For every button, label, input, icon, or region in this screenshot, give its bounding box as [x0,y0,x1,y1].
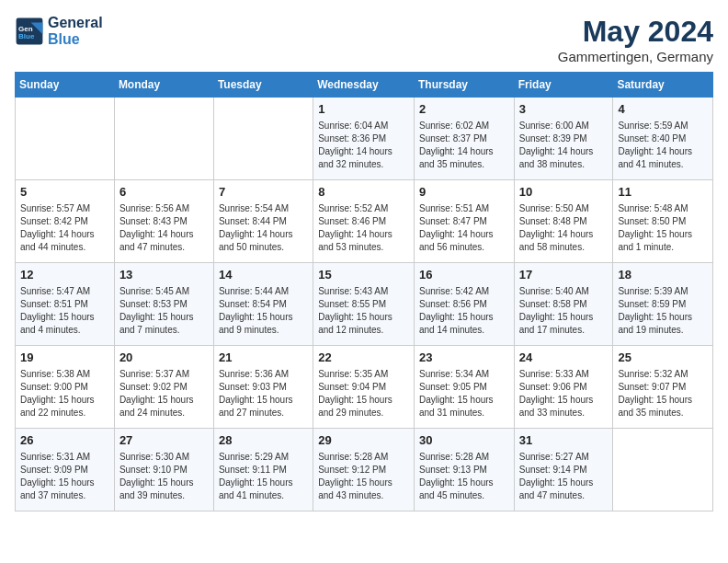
day-number: 22 [318,350,409,366]
day-info: Sunrise: 5:34 AMSunset: 9:05 PMDaylight:… [419,368,509,419]
day-number: 14 [219,267,308,283]
week-row-1: 1Sunrise: 6:04 AMSunset: 8:36 PMDaylight… [16,98,713,180]
day-number: 26 [20,432,109,449]
week-row-3: 12Sunrise: 5:47 AMSunset: 8:51 PMDayligh… [16,263,713,346]
calendar-cell: 13Sunrise: 5:45 AMSunset: 8:53 PMDayligh… [114,263,213,346]
day-info: Sunrise: 5:45 AMSunset: 8:53 PMDaylight:… [119,285,209,337]
day-info: Sunrise: 5:39 AMSunset: 8:59 PMDaylight:… [618,285,708,337]
calendar-cell: 27Sunrise: 5:30 AMSunset: 9:10 PMDayligh… [114,429,213,511]
logo: Gen Blue General Blue [15,15,103,48]
day-number: 10 [519,184,609,201]
calendar-cell: 14Sunrise: 5:44 AMSunset: 8:54 PMDayligh… [213,263,313,346]
day-info: Sunrise: 5:31 AMSunset: 9:09 PMDaylight:… [20,451,109,502]
svg-text:Blue: Blue [18,32,35,40]
day-number: 6 [119,184,209,201]
calendar-cell: 22Sunrise: 5:35 AMSunset: 9:04 PMDayligh… [313,346,415,429]
header-day-tuesday: Tuesday [213,73,313,98]
day-info: Sunrise: 5:50 AMSunset: 8:48 PMDaylight:… [519,202,609,254]
day-number: 28 [219,432,308,449]
day-info: Sunrise: 5:36 AMSunset: 9:03 PMDaylight:… [219,368,308,419]
header-day-sunday: Sunday [16,73,115,98]
day-info: Sunrise: 5:52 AMSunset: 8:46 PMDaylight:… [318,202,409,254]
day-info: Sunrise: 5:30 AMSunset: 9:10 PMDaylight:… [119,451,209,502]
day-number: 31 [519,432,609,449]
calendar-cell: 12Sunrise: 5:47 AMSunset: 8:51 PMDayligh… [16,263,115,346]
calendar-cell: 29Sunrise: 5:28 AMSunset: 9:12 PMDayligh… [313,429,415,511]
day-info: Sunrise: 5:40 AMSunset: 8:58 PMDaylight:… [519,285,609,337]
calendar-cell: 17Sunrise: 5:40 AMSunset: 8:58 PMDayligh… [514,263,613,346]
calendar-cell: 16Sunrise: 5:42 AMSunset: 8:56 PMDayligh… [414,263,514,346]
day-number: 7 [219,184,308,201]
calendar-cell: 25Sunrise: 5:32 AMSunset: 9:07 PMDayligh… [613,346,713,429]
day-info: Sunrise: 5:44 AMSunset: 8:54 PMDaylight:… [219,285,308,337]
calendar-table: SundayMondayTuesdayWednesdayThursdayFrid… [15,72,713,511]
calendar-cell [613,429,713,511]
calendar-cell: 28Sunrise: 5:29 AMSunset: 9:11 PMDayligh… [213,429,313,511]
day-info: Sunrise: 5:43 AMSunset: 8:55 PMDaylight:… [318,285,409,337]
logo-line2: Blue [48,31,103,48]
day-info: Sunrise: 5:37 AMSunset: 9:02 PMDaylight:… [119,368,209,419]
calendar-cell: 8Sunrise: 5:52 AMSunset: 8:46 PMDaylight… [313,180,415,263]
day-number: 1 [318,101,409,118]
calendar-cell [213,98,313,180]
day-number: 12 [20,267,109,283]
calendar-cell: 18Sunrise: 5:39 AMSunset: 8:59 PMDayligh… [613,263,713,346]
day-number: 11 [618,184,708,201]
calendar-cell: 9Sunrise: 5:51 AMSunset: 8:47 PMDaylight… [414,180,514,263]
week-row-2: 5Sunrise: 5:57 AMSunset: 8:42 PMDaylight… [16,180,713,263]
day-number: 25 [618,350,708,366]
day-number: 21 [219,350,308,366]
day-info: Sunrise: 5:35 AMSunset: 9:04 PMDaylight:… [318,368,409,419]
day-number: 23 [419,350,509,366]
calendar-cell: 23Sunrise: 5:34 AMSunset: 9:05 PMDayligh… [414,346,514,429]
calendar-cell: 21Sunrise: 5:36 AMSunset: 9:03 PMDayligh… [213,346,313,429]
day-info: Sunrise: 5:56 AMSunset: 8:43 PMDaylight:… [119,202,209,254]
calendar-cell: 5Sunrise: 5:57 AMSunset: 8:42 PMDaylight… [16,180,115,263]
day-number: 29 [318,432,409,449]
day-number: 17 [519,267,609,283]
day-number: 30 [419,432,509,449]
day-number: 27 [119,432,209,449]
calendar-cell: 1Sunrise: 6:04 AMSunset: 8:36 PMDaylight… [313,98,415,180]
calendar-cell: 15Sunrise: 5:43 AMSunset: 8:55 PMDayligh… [313,263,415,346]
header-day-saturday: Saturday [613,73,713,98]
day-number: 20 [119,350,209,366]
day-info: Sunrise: 5:59 AMSunset: 8:40 PMDaylight:… [618,120,708,171]
day-number: 16 [419,267,509,283]
logo-line1: General [48,15,103,31]
header-day-wednesday: Wednesday [313,73,415,98]
calendar-cell: 19Sunrise: 5:38 AMSunset: 9:00 PMDayligh… [16,346,115,429]
calendar-header-row: SundayMondayTuesdayWednesdayThursdayFrid… [16,73,713,98]
calendar-cell: 24Sunrise: 5:33 AMSunset: 9:06 PMDayligh… [514,346,613,429]
day-number: 8 [318,184,409,201]
day-number: 9 [419,184,509,201]
week-row-5: 26Sunrise: 5:31 AMSunset: 9:09 PMDayligh… [16,429,713,511]
calendar-cell: 4Sunrise: 5:59 AMSunset: 8:40 PMDaylight… [613,98,713,180]
month-title: May 2024 [558,15,713,49]
day-info: Sunrise: 5:28 AMSunset: 9:13 PMDaylight:… [419,451,509,502]
calendar-cell: 3Sunrise: 6:00 AMSunset: 8:39 PMDaylight… [514,98,613,180]
week-row-4: 19Sunrise: 5:38 AMSunset: 9:00 PMDayligh… [16,346,713,429]
day-number: 18 [618,267,708,283]
day-info: Sunrise: 6:02 AMSunset: 8:37 PMDaylight:… [419,120,509,171]
calendar-cell: 6Sunrise: 5:56 AMSunset: 8:43 PMDaylight… [114,180,213,263]
day-info: Sunrise: 5:51 AMSunset: 8:47 PMDaylight:… [419,202,509,254]
day-info: Sunrise: 5:33 AMSunset: 9:06 PMDaylight:… [519,368,609,419]
calendar-cell: 2Sunrise: 6:02 AMSunset: 8:37 PMDaylight… [414,98,514,180]
day-number: 24 [519,350,609,366]
day-info: Sunrise: 5:29 AMSunset: 9:11 PMDaylight:… [219,451,308,502]
day-info: Sunrise: 5:42 AMSunset: 8:56 PMDaylight:… [419,285,509,337]
page-header: Gen Blue General Blue May 2024 Gammertin… [15,15,713,64]
day-info: Sunrise: 6:04 AMSunset: 8:36 PMDaylight:… [318,120,409,171]
day-number: 3 [519,101,609,118]
calendar-cell: 10Sunrise: 5:50 AMSunset: 8:48 PMDayligh… [514,180,613,263]
day-number: 15 [318,267,409,283]
calendar-cell [114,98,213,180]
day-info: Sunrise: 5:54 AMSunset: 8:44 PMDaylight:… [219,202,308,254]
day-info: Sunrise: 5:27 AMSunset: 9:14 PMDaylight:… [519,451,609,502]
day-number: 2 [419,101,509,118]
day-info: Sunrise: 5:28 AMSunset: 9:12 PMDaylight:… [318,451,409,502]
location-subtitle: Gammertingen, Germany [558,49,713,64]
calendar-cell: 26Sunrise: 5:31 AMSunset: 9:09 PMDayligh… [16,429,115,511]
day-number: 4 [618,101,708,118]
